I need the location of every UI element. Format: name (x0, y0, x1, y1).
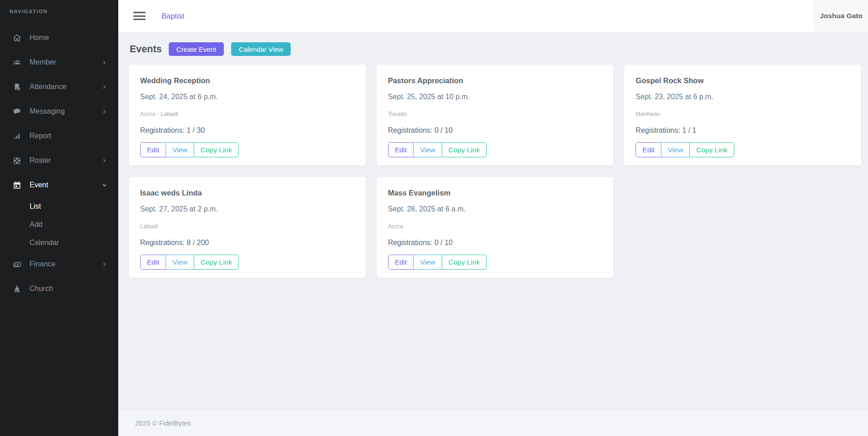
sidebar-item-label: Member (30, 58, 56, 66)
people-icon (13, 58, 21, 67)
event-title: Pastors Appreciation (388, 76, 602, 85)
event-actions: Edit View Copy Link (140, 255, 239, 270)
event-actions: Edit View Copy Link (140, 142, 239, 157)
calendar-icon (13, 181, 21, 190)
banknote-icon (13, 260, 21, 269)
topbar: Baptist Joshua Gato (118, 0, 868, 32)
event-location: Manhean (636, 110, 850, 117)
edit-button[interactable]: Edit (140, 142, 166, 157)
nav-list: Home Member Attendance Messaging (0, 25, 118, 301)
event-datetime: Sept. 25, 2025 at 10 p.m. (388, 93, 602, 101)
sidebar-item-member[interactable]: Member (0, 50, 118, 75)
copy-link-button[interactable]: Copy Link (194, 142, 239, 157)
chevron-right-icon (101, 60, 107, 65)
event-datetime: Sept. 28, 2025 at 6 a.m. (388, 205, 602, 213)
calendar-view-button[interactable]: Calendar View (231, 42, 291, 56)
nav-section-label: NAVIGATION (0, 0, 118, 14)
event-card: Isaac weds Linda Sept. 27, 2025 at 2 p.m… (129, 177, 366, 278)
event-card: Mass Evangelism Sept. 28, 2025 at 6 a.m.… (377, 177, 614, 278)
event-actions: Edit View Copy Link (388, 142, 487, 157)
copyright-text: 2025 © FidelBytes (135, 419, 191, 427)
menu-toggle-icon[interactable] (133, 10, 146, 22)
event-registrations: Registrations: 1 / 30 (140, 126, 354, 135)
event-actions: Edit View Copy Link (388, 255, 487, 270)
chat-bubble-icon (13, 107, 21, 116)
event-registrations: Registrations: 1 / 1 (636, 126, 850, 135)
event-datetime: Sept. 24, 2025 at 6 p.m. (140, 93, 354, 101)
home-icon (13, 34, 21, 42)
event-card: Pastors Appreciation Sept. 25, 2025 at 1… (377, 65, 614, 165)
sidebar-item-label: Attendance (30, 83, 66, 91)
event-card: Wedding Reception Sept. 24, 2025 at 6 p.… (129, 65, 366, 165)
event-datetime: Sept. 27, 2025 at 2 p.m. (140, 205, 354, 213)
sidebar-subitem-calendar[interactable]: Calendar (0, 234, 118, 252)
event-actions: Edit View Copy Link (636, 142, 734, 157)
bar-chart-icon (13, 132, 21, 140)
event-registrations: Registrations: 0 / 10 (388, 239, 602, 247)
page-title: Events (130, 44, 162, 55)
sidebar-item-event[interactable]: Event (0, 173, 118, 197)
event-registrations: Registrations: 8 / 200 (140, 239, 354, 247)
footer: 2025 © FidelBytes (118, 409, 868, 436)
chevron-right-icon (101, 261, 107, 267)
page-heading-row: Events Create Event Calendar View (130, 42, 861, 56)
event-title: Gospel Rock Show (636, 76, 850, 85)
view-button[interactable]: View (413, 142, 442, 157)
event-location: Accra (388, 223, 602, 230)
chevron-right-icon (101, 84, 107, 90)
event-title: Mass Evangelism (388, 189, 602, 197)
event-cards-grid: Wedding Reception Sept. 24, 2025 at 6 p.… (129, 65, 861, 278)
sidebar-item-label: Report (30, 132, 51, 140)
event-location: Accra - Labadi (140, 110, 354, 117)
view-button[interactable]: View (661, 142, 690, 157)
sidebar-item-roster[interactable]: Roster (0, 148, 118, 173)
sidebar-item-label: Finance (30, 260, 56, 268)
main-content: Events Create Event Calendar View Weddin… (118, 32, 868, 436)
sidebar-item-label: Event (30, 181, 48, 189)
chevron-right-icon (101, 109, 107, 115)
view-button[interactable]: View (413, 255, 442, 270)
event-submenu: List Add Calendar (0, 197, 118, 252)
sidebar-item-label: Church (30, 285, 53, 293)
edit-button[interactable]: Edit (636, 142, 661, 157)
copy-link-button[interactable]: Copy Link (689, 142, 734, 157)
attendance-book-check-icon (13, 83, 21, 91)
roster-grid-icon (13, 156, 21, 165)
sidebar-item-label: Roster (30, 156, 51, 165)
event-title: Wedding Reception (140, 76, 354, 85)
sidebar-subitem-add[interactable]: Add (0, 215, 118, 234)
sidebar-item-church[interactable]: Church (0, 276, 118, 301)
sidebar-item-home[interactable]: Home (0, 25, 118, 50)
right-column: Baptist Joshua Gato Events Create Event … (118, 0, 868, 436)
event-title: Isaac weds Linda (140, 189, 354, 197)
copy-link-button[interactable]: Copy Link (442, 142, 487, 157)
sidebar-item-messaging[interactable]: Messaging (0, 99, 118, 124)
sidebar-item-finance[interactable]: Finance (0, 252, 118, 276)
sidebar-subitem-list[interactable]: List (0, 197, 118, 215)
event-location: Tseado (388, 110, 602, 117)
chevron-down-icon (101, 182, 107, 188)
copy-link-button[interactable]: Copy Link (194, 255, 239, 270)
sidebar-item-label: Home (30, 34, 49, 42)
event-datetime: Sept. 23, 2025 at 6 p.m. (636, 93, 850, 101)
chevron-right-icon (101, 158, 107, 164)
sidebar: NAVIGATION Home Member Attendance (0, 0, 118, 436)
edit-button[interactable]: Edit (388, 142, 414, 157)
view-button[interactable]: View (166, 142, 194, 157)
edit-button[interactable]: Edit (140, 255, 166, 270)
brand-link[interactable]: Baptist (161, 12, 184, 20)
user-name: Joshua Gato (820, 12, 863, 20)
event-registrations: Registrations: 0 / 10 (388, 126, 602, 135)
view-button[interactable]: View (166, 255, 194, 270)
sidebar-item-report[interactable]: Report (0, 124, 118, 148)
church-icon (13, 285, 21, 293)
event-card: Gospel Rock Show Sept. 23, 2025 at 6 p.m… (624, 65, 861, 165)
edit-button[interactable]: Edit (388, 255, 414, 270)
copy-link-button[interactable]: Copy Link (442, 255, 487, 270)
create-event-button[interactable]: Create Event (169, 42, 224, 56)
user-menu[interactable]: Joshua Gato (813, 0, 868, 32)
sidebar-item-attendance[interactable]: Attendance (0, 75, 118, 99)
sidebar-item-label: Messaging (30, 107, 65, 115)
event-location: Labadi (140, 223, 354, 230)
